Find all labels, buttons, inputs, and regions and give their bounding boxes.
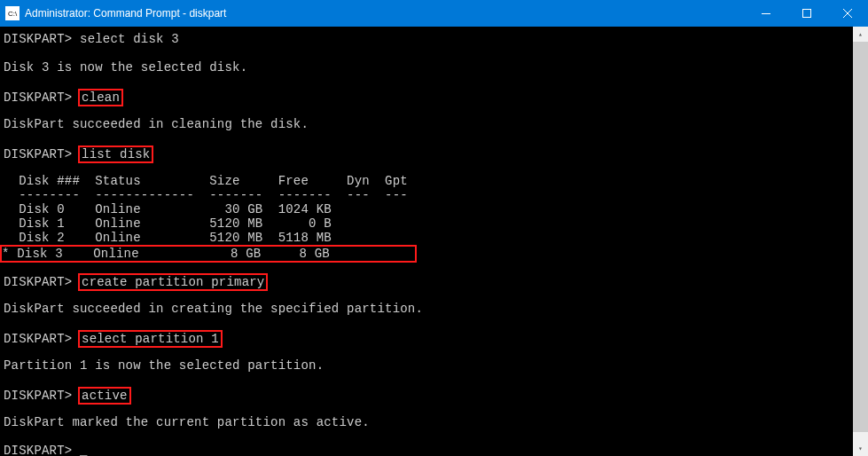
scroll-down-arrow[interactable]: ▾: [853, 441, 868, 456]
scroll-thumb[interactable]: [853, 42, 868, 432]
msg-selected-disk: Disk 3 is now the selected disk.: [4, 60, 864, 75]
prompt: DISKPART>: [4, 444, 72, 456]
scroll-up-arrow[interactable]: ▴: [853, 27, 868, 42]
prompt: DISKPART>: [4, 389, 72, 403]
minimize-button[interactable]: [746, 0, 786, 27]
msg-clean-success: DiskPart succeeded in cleaning the disk.: [4, 117, 864, 131]
prompt: DISKPART>: [4, 147, 72, 161]
prompt: DISKPART>: [4, 90, 72, 105]
svg-rect-0: [762, 13, 770, 14]
window-title: Administrator: Command Prompt - diskpart: [25, 7, 746, 20]
cmd-icon: C:\: [5, 6, 20, 20]
terminal-output[interactable]: DISKPART> select disk 3Disk 3 is now the…: [0, 27, 868, 456]
prompt: DISKPART>: [4, 332, 72, 346]
maximize-button[interactable]: [786, 0, 827, 27]
table-row: Disk 1 Online 5120 MB 0 B: [4, 216, 864, 231]
cmd-clean-highlight: clean: [78, 89, 123, 106]
cmd-active-highlight: active: [78, 387, 131, 405]
cmd-select-partition-highlight: select partition 1: [78, 330, 223, 348]
disk-table-sep: -------- ------------- ------- ------- -…: [4, 188, 864, 202]
msg-selected-partition: Partition 1 is now the selected partitio…: [4, 358, 864, 373]
msg-create-partition: DiskPart succeeded in creating the speci…: [4, 302, 864, 316]
cursor: _: [80, 444, 88, 456]
vertical-scrollbar[interactable]: ▴ ▾: [853, 27, 868, 456]
close-button[interactable]: [827, 0, 868, 27]
msg-active: DiskPart marked the current partition as…: [4, 415, 864, 429]
cmd-create-partition-highlight: create partition primary: [78, 273, 268, 291]
prompt: DISKPART>: [4, 32, 72, 46]
cmd-list-disk-highlight: list disk: [78, 145, 153, 163]
table-row: Disk 0 Online 30 GB 1024 KB: [4, 202, 864, 216]
title-bar[interactable]: C:\ Administrator: Command Prompt - disk…: [0, 0, 868, 27]
svg-rect-1: [803, 10, 811, 18]
cmd-select-disk: select disk 3: [80, 32, 179, 46]
table-row-selected-highlight: * Disk 3 Online 8 GB 8 GB: [0, 245, 417, 263]
prompt: DISKPART>: [4, 275, 72, 289]
table-row: Disk 2 Online 5120 MB 5118 MB: [4, 231, 864, 245]
window-controls: [746, 0, 868, 27]
disk-table-header: Disk ### Status Size Free Dyn Gpt: [4, 174, 864, 188]
